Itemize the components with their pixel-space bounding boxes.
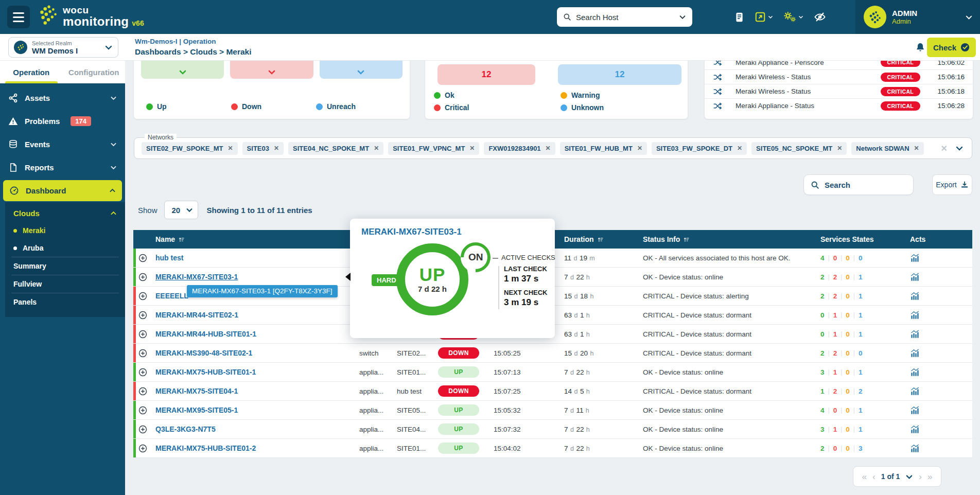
host-link[interactable]: MERAKI-MS390-48-SITE02-1: [155, 349, 252, 357]
remove-tag-icon[interactable]: ✕: [637, 145, 642, 152]
host-link[interactable]: MERAKI-MX75-HUB-SITE01-2: [155, 444, 256, 452]
realm-selector[interactable]: Selected Realm WM Demos I: [8, 37, 118, 58]
network-tag[interactable]: SITE04_NC_SPOKE_MT✕: [288, 142, 383, 155]
host-graphs-icon[interactable]: [910, 405, 972, 415]
expand-row-icon[interactable]: [138, 311, 147, 320]
user-menu[interactable]: ADMIN Admin: [855, 0, 980, 34]
host-graphs-icon[interactable]: [910, 329, 972, 339]
host-link[interactable]: MERAKI-MR44-HUB-SITE01-1: [155, 330, 256, 338]
page-size-select[interactable]: 20: [164, 201, 198, 219]
sort-icon[interactable]: [178, 236, 185, 243]
submenu-item-summary[interactable]: Summary: [5, 257, 125, 275]
expand-row-icon[interactable]: [138, 444, 147, 453]
networks-filter[interactable]: Networks SITE02_FW_SPOKE_MT✕SITE03✕SITE0…: [134, 137, 972, 159]
submenu-item-panels[interactable]: Panels: [5, 293, 125, 311]
tab-operation[interactable]: Operation: [0, 61, 63, 83]
alert-row[interactable]: Meraki Appliance - StatusCRITICAL15:06:2…: [705, 98, 973, 113]
chevron-down-icon[interactable]: [679, 13, 686, 21]
sidebar-item-reports[interactable]: Reports: [0, 156, 125, 179]
popup-host-title[interactable]: MERAKI-MX67-SITE03-1: [361, 227, 462, 237]
host-link[interactable]: MERAKI-MX75-HUB-SITE01-1: [155, 368, 256, 376]
host-link[interactable]: Q3LE-3KG3-N7T5: [155, 425, 216, 433]
settings-menu[interactable]: [783, 11, 803, 23]
host-graphs-icon[interactable]: [910, 386, 972, 396]
expand-row-icon[interactable]: [138, 254, 147, 262]
expand-row-icon[interactable]: [138, 425, 147, 434]
remove-tag-icon[interactable]: ✕: [374, 145, 379, 152]
alert-row[interactable]: Meraki Wireless - StatusCRITICAL15:06:16: [705, 69, 973, 84]
clear-filter-icon[interactable]: ✕: [938, 144, 951, 153]
notifications-bell-icon[interactable]: [915, 42, 925, 53]
sidebar-item-problems[interactable]: Problems174: [0, 110, 125, 133]
shuffle-icon[interactable]: [713, 61, 722, 67]
hamburger-menu-icon[interactable]: [7, 6, 30, 28]
network-tag[interactable]: Network SDWAN✕: [851, 142, 923, 155]
expand-row-icon[interactable]: [138, 368, 147, 377]
remove-tag-icon[interactable]: ✕: [546, 145, 551, 152]
table-row[interactable]: Q3LE-3KG3-N7T5applia...SITE04...UP15:07:…: [133, 420, 972, 439]
remove-tag-icon[interactable]: ✕: [274, 145, 279, 152]
host-graphs-icon[interactable]: [910, 425, 972, 434]
service-state-count-box[interactable]: 12: [437, 64, 535, 85]
host-graphs-icon[interactable]: [910, 253, 972, 263]
host-link[interactable]: MERAKI-MX67-SITE03-1: [155, 273, 238, 281]
external-link-menu[interactable]: [755, 11, 773, 23]
last-page-icon[interactable]: »: [927, 472, 932, 481]
document-panel-icon[interactable]: [734, 11, 745, 23]
service-state-count-box[interactable]: 12: [558, 64, 681, 85]
table-search-input[interactable]: Search: [803, 174, 914, 195]
host-search-combobox[interactable]: Search Host: [557, 7, 692, 27]
network-tag[interactable]: SITE03✕: [242, 142, 284, 155]
check-button[interactable]: Check: [927, 38, 976, 57]
sort-icon[interactable]: [683, 236, 690, 243]
column-header-duration[interactable]: Duration: [562, 235, 643, 243]
host-link[interactable]: MERAKI-MX95-SITE05-1: [155, 406, 238, 414]
host-graphs-icon[interactable]: [910, 444, 972, 453]
alert-row[interactable]: Meraki Appliance - PeriscoreCRITICAL15:0…: [705, 61, 973, 69]
sidebar-item-assets[interactable]: Assets: [0, 86, 125, 110]
previous-page-icon[interactable]: ‹: [872, 472, 876, 481]
remove-tag-icon[interactable]: ✕: [469, 145, 475, 152]
remove-tag-icon[interactable]: ✕: [737, 145, 742, 152]
network-tag[interactable]: FXW0192834901✕: [484, 142, 555, 155]
visibility-toggle-icon[interactable]: [813, 11, 827, 23]
host-link[interactable]: EEEEELL: [155, 292, 188, 300]
host-link[interactable]: MERAKI-MR44-SITE02-1: [155, 311, 238, 319]
table-row[interactable]: MERAKI-MX95-SITE05-1applia...SITE05...UP…: [133, 401, 972, 420]
remove-tag-icon[interactable]: ✕: [228, 145, 233, 152]
network-tag[interactable]: SITE01_FW_VPNC_MT✕: [388, 142, 479, 155]
table-row[interactable]: MERAKI-MX75-SITE04-1applia...hub testDOW…: [133, 382, 972, 401]
alert-row[interactable]: Meraki Wireless - StatusCRITICAL15:06:18: [705, 84, 973, 98]
chevron-down-icon[interactable]: [955, 144, 964, 152]
network-tag[interactable]: SITE03_FW_SPOKE_DT✕: [652, 142, 747, 155]
shuffle-icon[interactable]: [713, 73, 722, 82]
table-row[interactable]: MERAKI-MX75-HUB-SITE01-2applia...SITE01.…: [133, 439, 972, 458]
breadcrumb-path[interactable]: Dashboards > Clouds > Meraki: [135, 46, 252, 57]
expand-row-icon[interactable]: [138, 406, 147, 415]
sidebar-item-events[interactable]: Events: [0, 133, 125, 156]
sidebar-item-dashboard[interactable]: Dashboard: [3, 180, 122, 201]
chevron-down-icon[interactable]: [905, 473, 913, 481]
remove-tag-icon[interactable]: ✕: [914, 145, 919, 152]
submenu-item-aruba[interactable]: Aruba: [5, 239, 125, 257]
first-page-icon[interactable]: «: [862, 472, 867, 481]
host-graphs-icon[interactable]: [910, 310, 972, 320]
host-state-box-down[interactable]: [230, 61, 313, 79]
host-graphs-icon[interactable]: [910, 348, 972, 358]
host-state-box-unreach[interactable]: [320, 61, 402, 79]
column-header-name[interactable]: Name: [152, 235, 353, 243]
host-link[interactable]: hub test: [155, 254, 183, 262]
expand-row-icon[interactable]: [138, 387, 147, 396]
table-row[interactable]: MERAKI-MS390-48-SITE02-1switchSITE02...D…: [133, 344, 972, 363]
expand-row-icon[interactable]: [138, 330, 147, 339]
submenu-item-meraki[interactable]: Meraki: [5, 222, 125, 239]
network-tag[interactable]: SITE02_FW_SPOKE_MT✕: [142, 142, 238, 155]
submenu-item-fullview[interactable]: Fullview: [5, 275, 125, 293]
host-graphs-icon[interactable]: [910, 272, 972, 282]
host-graphs-icon[interactable]: [910, 291, 972, 301]
remove-tag-icon[interactable]: ✕: [837, 145, 842, 152]
column-header-status-info[interactable]: Status Info: [643, 235, 820, 243]
host-link[interactable]: MERAKI-MX75-SITE04-1: [155, 387, 238, 395]
shuffle-icon[interactable]: [713, 101, 722, 111]
table-row[interactable]: MERAKI-MX75-HUB-SITE01-1applia...SITE01.…: [133, 363, 972, 382]
